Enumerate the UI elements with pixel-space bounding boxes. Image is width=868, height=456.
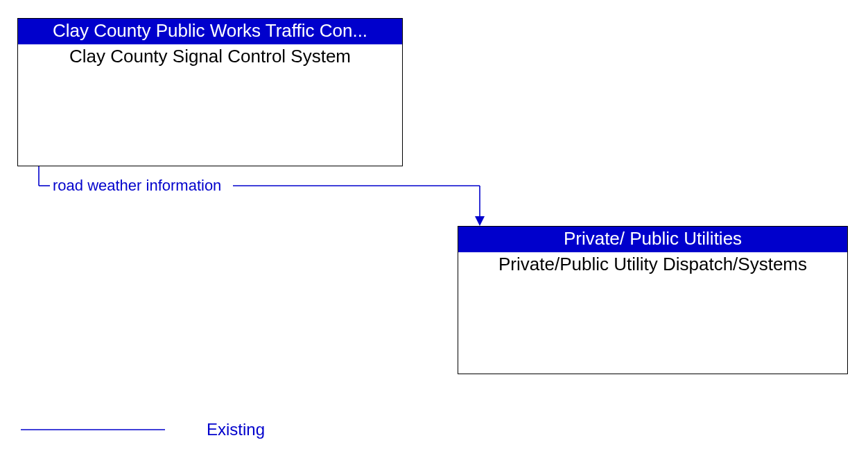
flow-arrowhead — [475, 216, 485, 226]
node-source-header: Clay County Public Works Traffic Con... — [18, 19, 402, 44]
node-target: Private/ Public Utilities Private/Public… — [458, 226, 848, 374]
node-source-body: Clay County Signal Control System — [18, 44, 402, 69]
legend-existing-label: Existing — [207, 420, 265, 439]
node-target-header: Private/ Public Utilities — [458, 227, 847, 252]
node-target-body: Private/Public Utility Dispatch/Systems — [458, 252, 847, 277]
node-source: Clay County Public Works Traffic Con... … — [17, 18, 403, 166]
flow-label-road-weather: road weather information — [53, 177, 221, 195]
